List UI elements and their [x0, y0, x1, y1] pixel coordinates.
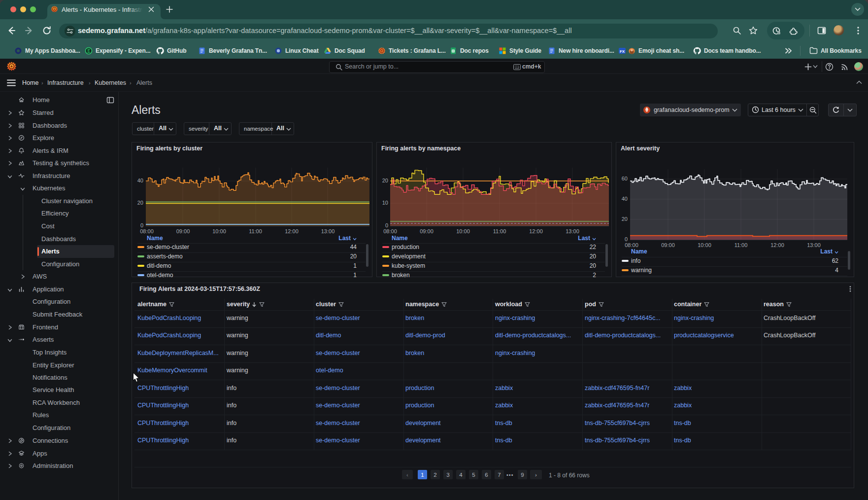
svg-text:FX: FX: [620, 49, 625, 54]
